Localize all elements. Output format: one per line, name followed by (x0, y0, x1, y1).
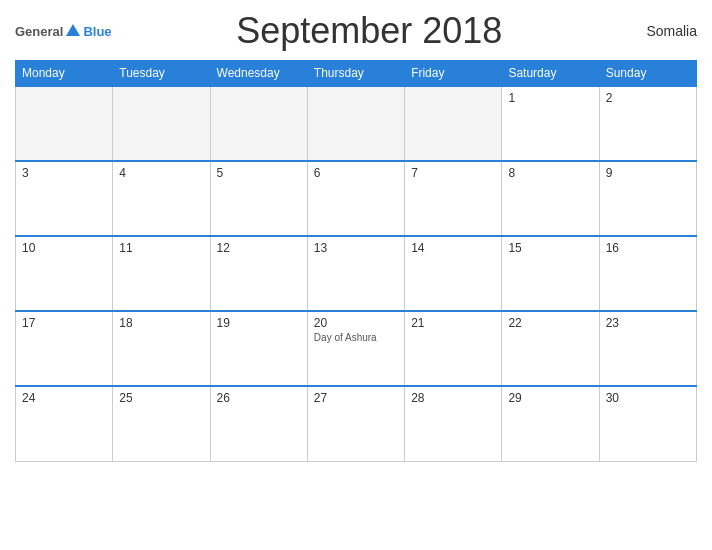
calendar-cell: 28 (405, 386, 502, 461)
day-number: 23 (606, 316, 690, 330)
calendar-cell: 1 (502, 86, 599, 161)
day-number: 20 (314, 316, 398, 330)
calendar-cell: 11 (113, 236, 210, 311)
calendar-week-row: 17181920Day of Ashura212223 (16, 311, 697, 386)
page: General Blue September 2018 Somalia Mond… (0, 0, 712, 550)
day-number: 27 (314, 391, 398, 405)
svg-marker-0 (66, 24, 80, 36)
day-number: 11 (119, 241, 203, 255)
day-number: 25 (119, 391, 203, 405)
calendar-title: September 2018 (112, 10, 627, 52)
day-number: 4 (119, 166, 203, 180)
calendar-week-row: 3456789 (16, 161, 697, 236)
col-wednesday: Wednesday (210, 61, 307, 87)
event-label: Day of Ashura (314, 332, 398, 343)
calendar-table: Monday Tuesday Wednesday Thursday Friday… (15, 60, 697, 462)
country-label: Somalia (627, 23, 697, 39)
day-number: 12 (217, 241, 301, 255)
logo-icon (64, 22, 82, 40)
calendar-cell: 14 (405, 236, 502, 311)
logo: General Blue (15, 22, 112, 40)
header: General Blue September 2018 Somalia (15, 10, 697, 52)
day-number: 8 (508, 166, 592, 180)
day-number: 7 (411, 166, 495, 180)
calendar-cell: 25 (113, 386, 210, 461)
day-number: 9 (606, 166, 690, 180)
day-number: 30 (606, 391, 690, 405)
col-thursday: Thursday (307, 61, 404, 87)
calendar-week-row: 12 (16, 86, 697, 161)
calendar-week-row: 24252627282930 (16, 386, 697, 461)
day-number: 2 (606, 91, 690, 105)
day-number: 14 (411, 241, 495, 255)
day-number: 22 (508, 316, 592, 330)
calendar-cell: 2 (599, 86, 696, 161)
day-number: 5 (217, 166, 301, 180)
col-monday: Monday (16, 61, 113, 87)
calendar-cell: 22 (502, 311, 599, 386)
calendar-cell (405, 86, 502, 161)
calendar-cell (113, 86, 210, 161)
calendar-cell: 21 (405, 311, 502, 386)
day-number: 21 (411, 316, 495, 330)
calendar-cell (210, 86, 307, 161)
day-number: 15 (508, 241, 592, 255)
calendar-cell: 4 (113, 161, 210, 236)
calendar-cell: 20Day of Ashura (307, 311, 404, 386)
calendar-body: 1234567891011121314151617181920Day of As… (16, 86, 697, 461)
day-number: 29 (508, 391, 592, 405)
calendar-week-row: 10111213141516 (16, 236, 697, 311)
day-number: 19 (217, 316, 301, 330)
calendar-cell: 15 (502, 236, 599, 311)
day-number: 3 (22, 166, 106, 180)
day-number: 24 (22, 391, 106, 405)
calendar-cell: 6 (307, 161, 404, 236)
day-number: 16 (606, 241, 690, 255)
col-saturday: Saturday (502, 61, 599, 87)
day-number: 18 (119, 316, 203, 330)
day-number: 6 (314, 166, 398, 180)
day-number: 10 (22, 241, 106, 255)
day-number: 28 (411, 391, 495, 405)
calendar-cell: 18 (113, 311, 210, 386)
calendar-header-row: Monday Tuesday Wednesday Thursday Friday… (16, 61, 697, 87)
calendar-cell: 17 (16, 311, 113, 386)
day-number: 13 (314, 241, 398, 255)
calendar-cell: 23 (599, 311, 696, 386)
calendar-cell: 16 (599, 236, 696, 311)
calendar-cell (307, 86, 404, 161)
logo-blue-text: Blue (83, 24, 111, 39)
col-sunday: Sunday (599, 61, 696, 87)
calendar-cell: 5 (210, 161, 307, 236)
col-friday: Friday (405, 61, 502, 87)
logo-general-text: General (15, 24, 63, 39)
calendar-cell: 8 (502, 161, 599, 236)
calendar-cell: 7 (405, 161, 502, 236)
calendar-cell: 3 (16, 161, 113, 236)
calendar-cell: 13 (307, 236, 404, 311)
calendar-cell: 12 (210, 236, 307, 311)
calendar-cell: 9 (599, 161, 696, 236)
calendar-cell: 19 (210, 311, 307, 386)
calendar-cell: 30 (599, 386, 696, 461)
day-number: 1 (508, 91, 592, 105)
day-number: 26 (217, 391, 301, 405)
calendar-cell: 24 (16, 386, 113, 461)
col-tuesday: Tuesday (113, 61, 210, 87)
calendar-cell: 26 (210, 386, 307, 461)
calendar-cell: 27 (307, 386, 404, 461)
calendar-cell (16, 86, 113, 161)
calendar-cell: 10 (16, 236, 113, 311)
calendar-cell: 29 (502, 386, 599, 461)
day-number: 17 (22, 316, 106, 330)
